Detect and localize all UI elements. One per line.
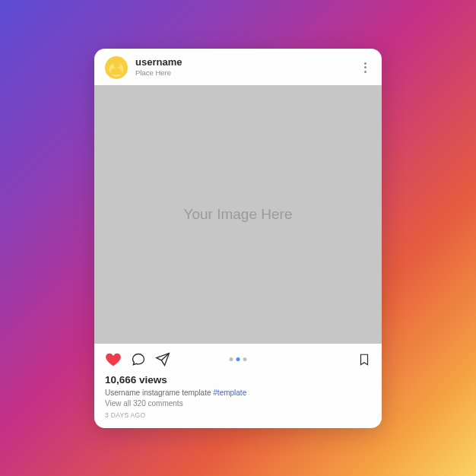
location[interactable]: Place Here bbox=[135, 68, 359, 77]
avatar[interactable] bbox=[105, 56, 128, 79]
hashtag[interactable]: #template bbox=[213, 389, 246, 397]
carousel-dots[interactable] bbox=[230, 357, 247, 361]
action-bar bbox=[94, 344, 382, 373]
post-header: username Place Here bbox=[94, 49, 382, 85]
post-image[interactable]: Your Image Here bbox=[94, 85, 382, 344]
caption-text: Username instagrame template bbox=[105, 389, 213, 397]
timestamp: 3 DAYS AGO bbox=[105, 411, 371, 419]
post-meta: 10,666 views Username instagrame templat… bbox=[94, 373, 382, 428]
view-count: 10,666 views bbox=[105, 374, 371, 386]
more-options-icon[interactable] bbox=[359, 62, 371, 73]
bookmark-icon[interactable] bbox=[357, 352, 371, 367]
actions-left bbox=[105, 351, 170, 368]
share-icon[interactable] bbox=[155, 352, 170, 367]
caption: Username instagrame template #template bbox=[105, 389, 371, 397]
view-comments-link[interactable]: View all 320 comments bbox=[105, 399, 371, 408]
username[interactable]: username bbox=[135, 57, 359, 68]
comment-icon[interactable] bbox=[131, 352, 146, 367]
post-card: username Place Here Your Image Here bbox=[94, 49, 382, 428]
user-block: username Place Here bbox=[135, 57, 359, 77]
like-icon[interactable] bbox=[105, 351, 122, 368]
image-placeholder-text: Your Image Here bbox=[184, 206, 293, 223]
